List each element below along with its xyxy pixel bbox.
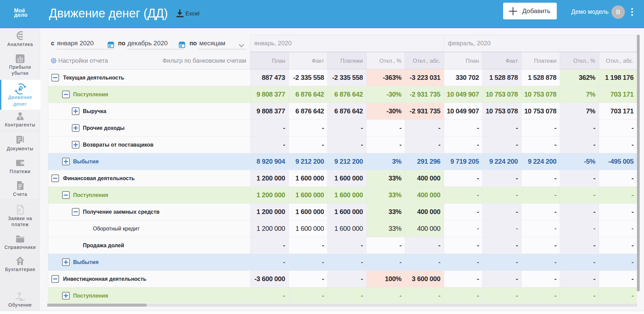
svg-text:$: $ [18,208,21,213]
svg-text:₽: ₽ [18,85,23,93]
svg-text:?: ? [17,291,21,299]
